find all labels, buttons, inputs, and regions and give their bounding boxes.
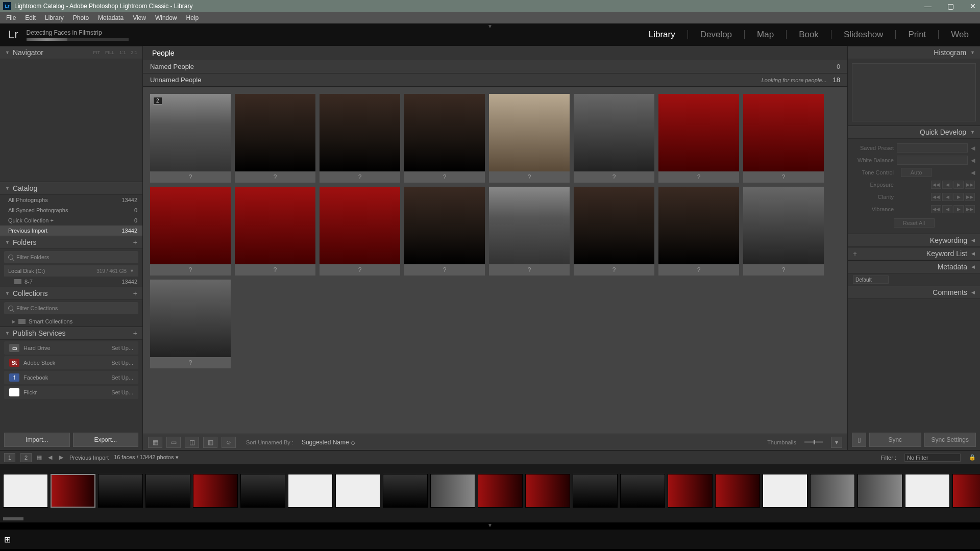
face-stack[interactable]: ? [404,94,485,183]
nav-forward-icon[interactable]: ▶ [58,454,64,461]
face-stack[interactable]: ? [574,187,654,276]
smart-collections-row[interactable]: ▶ Smart Collections [0,316,142,327]
close-button[interactable]: ✕ [969,2,977,10]
publish-service-row[interactable]: ••FlickrSet Up... [4,386,138,399]
module-library[interactable]: Library [646,30,678,40]
import-button[interactable]: Import... [4,433,70,447]
filter-folders-input[interactable]: Filter Folders [4,251,138,263]
filter-collections-input[interactable]: Filter Collections [4,302,138,314]
sort-value[interactable]: Suggested Name ◇ [302,439,355,446]
navigator-zoom-levels[interactable]: FITFILL1:12:1 [93,50,137,55]
face-stack[interactable]: ? [658,94,739,183]
face-stack[interactable]: ? [235,94,315,183]
filmstrip-thumb[interactable] [335,474,380,508]
compare-view-button[interactable]: ◫ [185,437,199,448]
vibrance-stepper[interactable]: ◀◀◀▶▶▶ [931,205,975,213]
grid-icon[interactable]: ▦ [37,454,42,461]
filter-lock-icon[interactable]: 🔒 [969,454,976,461]
sync-button[interactable]: Sync [869,433,921,447]
menu-help[interactable]: Help [182,13,203,22]
filmstrip-thumb[interactable] [98,474,143,508]
filmstrip-thumb[interactable] [620,474,665,508]
filmstrip-thumb[interactable] [668,474,713,508]
collections-header[interactable]: ▼ Collections + [0,287,142,300]
histogram-header[interactable]: Histogram ▼ [848,46,980,59]
face-stack[interactable]: ? [404,187,485,276]
face-stack[interactable]: ? [489,94,570,183]
metadata-header[interactable]: Metadata◀ [848,260,980,273]
bottom-panel-toggle-icon[interactable]: ▼ [0,522,980,530]
minimize-button[interactable]: — [924,2,932,10]
filmstrip-thumb[interactable] [383,474,428,508]
filmstrip-thumb[interactable] [905,474,950,508]
face-stack[interactable]: ? [743,94,824,183]
add-collection-icon[interactable]: + [133,289,137,297]
exposure-stepper[interactable]: ◀◀◀▶▶▶ [931,181,975,189]
white-balance-select[interactable] [897,156,968,165]
main-window-button[interactable]: 1 [4,453,15,462]
publish-header[interactable]: ▼ Publish Services + [0,327,142,340]
folders-header[interactable]: ▼ Folders + [0,236,142,249]
menu-library[interactable]: Library [41,13,68,22]
toolbar-menu-icon[interactable]: ▾ [831,437,842,448]
filmstrip-thumb[interactable] [715,474,760,508]
filmstrip-thumb[interactable] [51,474,95,508]
add-publish-icon[interactable]: + [133,329,137,337]
menu-window[interactable]: Window [151,13,181,22]
nav-back-icon[interactable]: ◀ [47,454,53,461]
face-stack[interactable]: ? [150,280,231,368]
filmstrip-scrollbar[interactable] [0,517,980,522]
menu-view[interactable]: View [129,13,150,22]
top-panel-toggle-icon[interactable]: ▼ [487,23,493,29]
auto-tone-button[interactable]: Auto [901,168,932,177]
survey-view-button[interactable]: ▥ [203,437,217,448]
filmstrip-thumb[interactable] [810,474,855,508]
loupe-view-button[interactable]: ▭ [166,437,181,448]
maximize-button[interactable]: ▢ [946,2,954,10]
quick-develop-header[interactable]: Quick Develop ▼ [848,126,980,139]
module-map[interactable]: Map [754,30,777,40]
volume-row[interactable]: Local Disk (C:) 319 / 461 GB ▼ [4,265,138,277]
unnamed-people-bar[interactable]: Unnamed People Looking for more people..… [143,73,847,87]
folder-row[interactable]: 8-7 13442 [0,277,142,287]
menu-metadata[interactable]: Metadata [94,13,128,22]
module-slideshow[interactable]: Slideshow [841,30,887,40]
module-book[interactable]: Book [796,30,822,40]
keyword-list-header[interactable]: +Keyword List◀ [848,247,980,260]
windows-start-icon[interactable]: ⊞ [4,535,11,544]
tab-people[interactable]: People [152,49,175,57]
filmstrip-thumb[interactable] [288,474,333,508]
publish-service-row[interactable]: ▭Hard DriveSet Up... [4,341,138,355]
filmstrip-thumb[interactable] [857,474,902,508]
breadcrumb[interactable]: Previous Import [69,455,109,461]
add-folder-icon[interactable]: + [133,238,137,246]
menu-photo[interactable]: Photo [69,13,93,22]
comments-header[interactable]: Comments◀ [848,286,980,299]
face-stack[interactable]: ? [658,187,739,276]
filmstrip-thumb[interactable] [3,474,48,508]
catalog-row[interactable]: All Synced Photographs0 [0,205,142,215]
sync-toggle-button[interactable]: ▯ [852,433,866,447]
people-view-button[interactable]: ☺ [222,437,236,448]
menu-file[interactable]: File [2,13,20,22]
face-stack[interactable]: ? [489,187,570,276]
face-stack[interactable]: 2? [150,94,231,183]
module-web[interactable]: Web [948,30,972,40]
filmstrip-thumb[interactable] [952,474,980,508]
filmstrip-thumb[interactable] [240,474,285,508]
catalog-row[interactable]: Previous Import13442 [0,226,142,236]
catalog-row[interactable]: All Photographs13442 [0,195,142,205]
second-window-button[interactable]: 2 [20,453,32,462]
grid-view-button[interactable]: ▦ [148,437,162,448]
module-print[interactable]: Print [905,30,929,40]
face-stack[interactable]: ? [574,94,654,183]
filmstrip-thumb[interactable] [525,474,570,508]
taskbar[interactable]: ⊞ [0,530,980,549]
metadata-preset-select[interactable]: Default [853,276,889,284]
face-stack[interactable]: ? [743,187,824,276]
filmstrip[interactable] [0,464,980,517]
filmstrip-thumb[interactable] [430,474,475,508]
filmstrip-thumb[interactable] [145,474,190,508]
navigator-header[interactable]: ▼ Navigator FITFILL1:12:1 [0,46,142,59]
publish-service-row[interactable]: StAdobe StockSet Up... [4,356,138,369]
